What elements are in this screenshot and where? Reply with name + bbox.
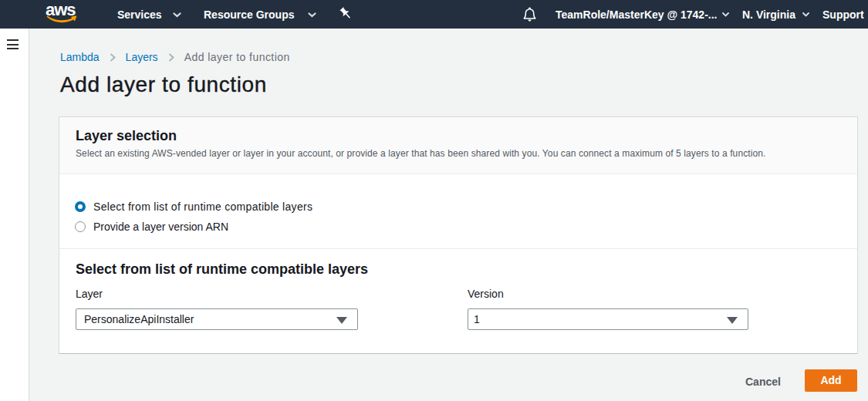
svg-text:aws: aws — [46, 2, 76, 19]
